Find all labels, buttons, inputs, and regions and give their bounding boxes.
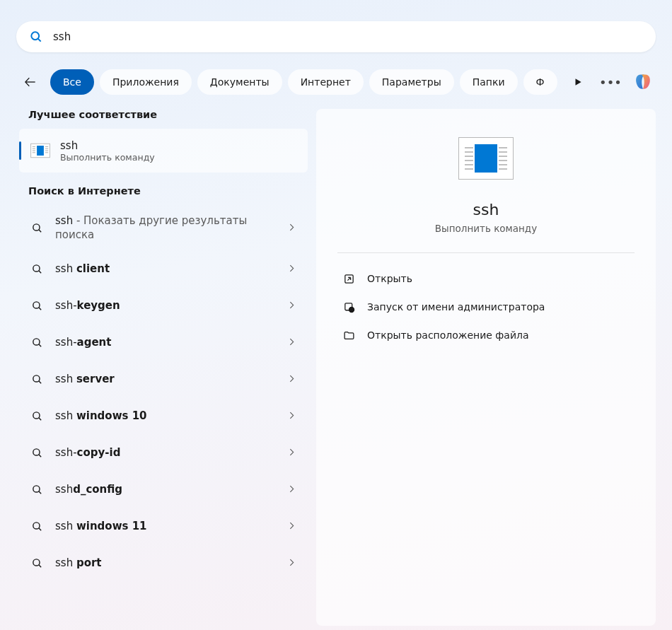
chevron-right-icon	[287, 262, 296, 276]
svg-point-36	[349, 307, 354, 312]
filters-row: Все Приложения Документы Интернет Параме…	[16, 68, 656, 96]
web-result-label: ssh port	[55, 556, 287, 569]
action-open-location[interactable]: Открыть расположение файла	[337, 321, 635, 349]
web-result-label: ssh-agent	[55, 336, 287, 349]
best-match-header: Лучшее соответствие	[0, 109, 308, 129]
best-match-title: ssh	[60, 139, 155, 152]
chevron-right-icon	[287, 446, 296, 460]
web-result[interactable]: ssh client	[0, 250, 308, 287]
search-icon	[29, 30, 43, 44]
svg-point-20	[33, 338, 40, 344]
command-file-icon	[29, 139, 52, 162]
web-result-label: ssh windows 11	[55, 520, 287, 532]
more-options-button[interactable]: •••	[596, 68, 625, 96]
svg-marker-3	[576, 78, 581, 85]
svg-rect-5	[37, 146, 44, 156]
command-file-large-icon	[458, 137, 514, 180]
svg-point-32	[33, 559, 40, 565]
search-icon	[31, 520, 45, 532]
filter-folders[interactable]: Папки	[460, 69, 518, 95]
chevron-right-icon	[287, 299, 296, 313]
search-input[interactable]	[53, 30, 643, 43]
web-result[interactable]: ssh port	[0, 544, 308, 581]
search-icon	[31, 410, 45, 422]
search-icon	[31, 373, 45, 385]
preview-pane: ssh Выполнить команду Открыть Запуск от …	[316, 109, 656, 626]
filter-documents[interactable]: Документы	[197, 69, 282, 95]
search-bar[interactable]	[16, 21, 656, 52]
svg-line-19	[39, 307, 41, 309]
svg-line-17	[39, 270, 41, 272]
scroll-filters-button[interactable]	[565, 69, 591, 95]
svg-line-21	[39, 344, 41, 346]
action-label: Открыть расположение файла	[367, 329, 529, 341]
filter-internet[interactable]: Интернет	[288, 69, 364, 95]
svg-line-15	[39, 229, 41, 231]
chevron-right-icon	[287, 409, 296, 423]
folder-icon	[342, 329, 356, 342]
best-match-result[interactable]: ssh Выполнить команду	[19, 129, 308, 173]
search-icon	[31, 222, 45, 234]
svg-point-24	[33, 412, 40, 418]
shield-icon	[342, 301, 356, 313]
preview-title: ssh	[473, 201, 499, 218]
chevron-right-icon	[287, 483, 296, 496]
search-icon	[31, 300, 45, 312]
filter-all[interactable]: Все	[50, 69, 94, 95]
web-result-label: ssh - Показать другие результаты поиска	[55, 214, 287, 241]
svg-point-16	[33, 264, 40, 271]
chevron-right-icon	[287, 520, 296, 533]
action-label: Открыть	[367, 273, 412, 284]
ellipsis-icon: •••	[599, 75, 622, 90]
svg-point-30	[33, 522, 40, 528]
action-run-admin[interactable]: Запуск от имени администратора	[337, 293, 635, 321]
back-button[interactable]	[16, 68, 45, 96]
action-list: Открыть Запуск от имени администратора О…	[316, 264, 656, 349]
play-icon	[573, 77, 583, 87]
svg-point-0	[31, 32, 39, 40]
svg-point-14	[33, 223, 40, 230]
svg-line-25	[39, 417, 41, 419]
results-pane: Лучшее соответствие ssh Выполнить команд…	[0, 109, 316, 626]
filter-apps[interactable]: Приложения	[100, 69, 192, 95]
svg-point-28	[33, 485, 40, 491]
svg-line-23	[39, 380, 41, 383]
web-result-label: sshd_config	[55, 483, 287, 496]
action-label: Запуск от имени администратора	[367, 301, 545, 313]
open-icon	[342, 273, 356, 285]
web-result[interactable]: ssh-copy-id	[0, 434, 308, 471]
svg-line-31	[39, 527, 41, 530]
web-result[interactable]: ssh - Показать другие результаты поиска	[0, 205, 308, 250]
svg-line-1	[38, 39, 41, 42]
svg-point-26	[33, 448, 40, 455]
web-result[interactable]: ssh-keygen	[0, 287, 308, 324]
preview-subtitle: Выполнить команду	[435, 223, 537, 234]
web-result-label: ssh client	[55, 262, 287, 275]
web-result-label: ssh-copy-id	[55, 446, 287, 459]
copilot-button[interactable]	[630, 69, 656, 95]
best-match-subtitle: Выполнить команду	[60, 152, 155, 163]
action-open[interactable]: Открыть	[337, 264, 635, 293]
chevron-right-icon	[287, 221, 296, 235]
filter-more[interactable]: Ф	[523, 69, 557, 95]
search-icon	[31, 447, 45, 459]
web-result-label: ssh-keygen	[55, 299, 287, 312]
web-result[interactable]: ssh-agent	[0, 324, 308, 361]
filter-settings[interactable]: Параметры	[369, 69, 454, 95]
web-result[interactable]: ssh server	[0, 361, 308, 397]
search-icon	[31, 557, 45, 569]
arrow-left-icon	[23, 75, 37, 89]
web-search-header: Поиск в Интернете	[0, 185, 308, 205]
copilot-icon	[633, 72, 653, 92]
chevron-right-icon	[287, 373, 296, 386]
svg-line-29	[39, 491, 41, 493]
svg-point-18	[33, 301, 40, 308]
web-result[interactable]: ssh windows 10	[0, 397, 308, 434]
filter-pills: Все Приложения Документы Интернет Параме…	[50, 69, 560, 95]
web-result[interactable]: sshd_config	[0, 471, 308, 508]
chevron-right-icon	[287, 336, 296, 349]
search-icon	[31, 263, 45, 275]
divider	[337, 252, 635, 253]
web-result[interactable]: ssh windows 11	[0, 508, 308, 544]
search-icon	[31, 337, 45, 349]
